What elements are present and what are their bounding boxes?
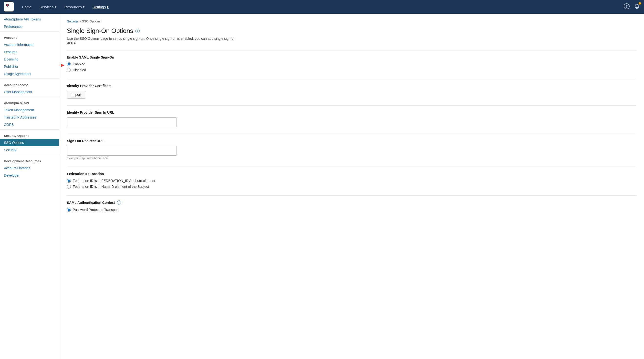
sidebar-item-account-libraries[interactable]: Account Libraries — [0, 164, 59, 172]
section-divider-5 — [67, 167, 636, 167]
sidebar-item-publisher[interactable]: Publisher — [0, 63, 59, 70]
sidebar-item-token-management[interactable]: Token Management — [0, 106, 59, 114]
sidebar-item-features[interactable]: Features — [0, 48, 59, 56]
account-access-section-title: Account Access — [0, 80, 59, 88]
nav-services[interactable]: Services ▾ — [36, 3, 60, 11]
sidebar-divider-3 — [0, 97, 59, 97]
sidebar-item-licensing[interactable]: Licensing — [0, 56, 59, 63]
sidebar: AtomSphere API Tokens Preferences Accoun… — [0, 14, 59, 359]
sign-in-url-input[interactable] — [67, 117, 177, 127]
breadcrumb-settings[interactable]: Settings — [67, 19, 78, 23]
federation-nameid-input[interactable] — [67, 185, 71, 189]
saml-auth-radio-group: Password Protected Transport — [67, 208, 636, 212]
federation-id-label: Federation ID Location — [67, 172, 636, 176]
radio-disabled-label: Disabled — [73, 68, 86, 72]
password-protected-label: Password Protected Transport — [73, 208, 119, 212]
identity-cert-section: Identity Provider Certificate Import — [67, 84, 636, 98]
page-title-info-icon[interactable]: i — [135, 29, 140, 33]
sign-out-url-section: Sign Out Redirect URL Example: http://ww… — [67, 139, 636, 160]
federation-nameid-option[interactable]: Federation ID is in NameID element of th… — [67, 185, 636, 189]
nav-home[interactable]: Home — [18, 3, 35, 11]
top-navigation: Home Services ▾ Resources ▾ Settings ▾ ? — [0, 0, 644, 14]
breadcrumb-separator: » — [79, 19, 82, 23]
account-section-title: Account — [0, 32, 59, 41]
sidebar-item-sso-options[interactable]: SSO Options — [0, 139, 59, 146]
section-divider-4 — [67, 134, 636, 134]
sidebar-item-cors[interactable]: CORS — [0, 121, 59, 128]
federation-id-section: Federation ID Location Federation ID is … — [67, 172, 636, 189]
federation-attr-option[interactable]: Federation ID is in FEDERATION_ID Attrib… — [67, 179, 636, 183]
atomsphere-api-section-title: AtomSphere API — [0, 98, 59, 106]
identity-cert-label: Identity Provider Certificate — [67, 84, 636, 88]
chevron-down-icon: ▾ — [55, 5, 57, 9]
nav-icons: ? — [624, 3, 640, 11]
federation-radio-group: Federation ID is in FEDERATION_ID Attrib… — [67, 179, 636, 189]
nav-settings[interactable]: Settings ▾ — [89, 3, 112, 11]
logo[interactable] — [4, 2, 14, 12]
dev-resources-section-title: Development Resources — [0, 156, 59, 164]
sidebar-item-usage-agreement[interactable]: Usage Agreement — [0, 70, 59, 77]
import-button[interactable]: Import — [67, 91, 86, 98]
section-divider-6 — [67, 195, 636, 196]
sidebar-divider-5 — [0, 155, 59, 155]
nav-resources[interactable]: Resources ▾ — [61, 3, 88, 11]
sign-out-url-input[interactable] — [67, 146, 177, 156]
help-icon[interactable]: ? — [624, 3, 630, 11]
breadcrumb: Settings » SSO Options — [67, 19, 636, 23]
svg-point-2 — [6, 4, 8, 6]
password-protected-option[interactable]: Password Protected Transport — [67, 208, 636, 212]
sidebar-divider-2 — [0, 78, 59, 79]
sidebar-item-user-management[interactable]: User Management — [0, 88, 59, 96]
saml-auth-info-icon[interactable]: i — [117, 200, 121, 205]
sidebar-divider — [0, 31, 59, 31]
chevron-down-icon: ▾ — [83, 5, 85, 9]
security-options-section-title: Security Options — [0, 130, 59, 139]
main-content: Settings » SSO Options Single Sign-On Op… — [59, 14, 644, 359]
sign-in-url-section: Identity Provider Sign In URL — [67, 110, 636, 127]
saml-auth-section: SAML Authentication Context i Password P… — [67, 200, 636, 212]
svg-text:?: ? — [626, 4, 628, 8]
section-divider-2 — [67, 79, 636, 79]
password-protected-input[interactable] — [67, 208, 71, 212]
section-divider — [67, 50, 636, 50]
radio-disabled-option[interactable]: Disabled — [67, 68, 636, 72]
sidebar-item-preferences[interactable]: Preferences — [0, 23, 59, 30]
sidebar-item-developer[interactable]: Developer — [0, 172, 59, 179]
radio-enabled-label: Enabled — [73, 62, 85, 66]
enable-saml-label: Enable SAML Single Sign-On — [67, 55, 636, 59]
federation-attr-input[interactable] — [67, 179, 71, 183]
sign-out-url-example: Example: http://www.boomi.com — [67, 157, 636, 160]
sign-in-url-label: Identity Provider Sign In URL — [67, 110, 636, 114]
chevron-down-icon: ▾ — [107, 5, 109, 9]
page-description: Use the SSO Options page to set up singl… — [67, 36, 238, 44]
federation-attr-label: Federation ID is in FEDERATION_ID Attrib… — [73, 179, 155, 183]
sidebar-item-api-tokens[interactable]: AtomSphere API Tokens — [0, 15, 59, 23]
notification-badge — [639, 2, 641, 5]
sign-out-url-label: Sign Out Redirect URL — [67, 139, 636, 143]
section-divider-3 — [67, 105, 636, 106]
svg-rect-0 — [4, 2, 14, 11]
federation-nameid-label: Federation ID is in NameID element of th… — [73, 185, 149, 189]
sidebar-item-trusted-ip[interactable]: Trusted IP Addresses — [0, 114, 59, 121]
sidebar-item-security[interactable]: Security — [0, 146, 59, 154]
red-arrow-annotation: ▶ — [59, 62, 64, 68]
saml-auth-label: SAML Authentication Context i — [67, 200, 636, 205]
radio-disabled-input[interactable] — [67, 68, 71, 72]
nav-links: Home Services ▾ Resources ▾ Settings ▾ — [18, 3, 624, 11]
sidebar-divider-4 — [0, 129, 59, 129]
radio-enabled-input[interactable] — [67, 62, 71, 66]
sidebar-item-account-information[interactable]: Account Information — [0, 41, 59, 48]
page-title: Single Sign-On Options i — [67, 27, 636, 35]
radio-enabled-option[interactable]: Enabled — [67, 62, 85, 66]
breadcrumb-current: SSO Options — [82, 19, 100, 23]
notifications-icon[interactable] — [634, 3, 640, 11]
enable-saml-section: Enable SAML Single Sign-On ▶ Enabled — [67, 55, 636, 72]
main-layout: AtomSphere API Tokens Preferences Accoun… — [0, 14, 644, 359]
saml-radio-group: ▶ Enabled Disabled — [67, 62, 636, 72]
